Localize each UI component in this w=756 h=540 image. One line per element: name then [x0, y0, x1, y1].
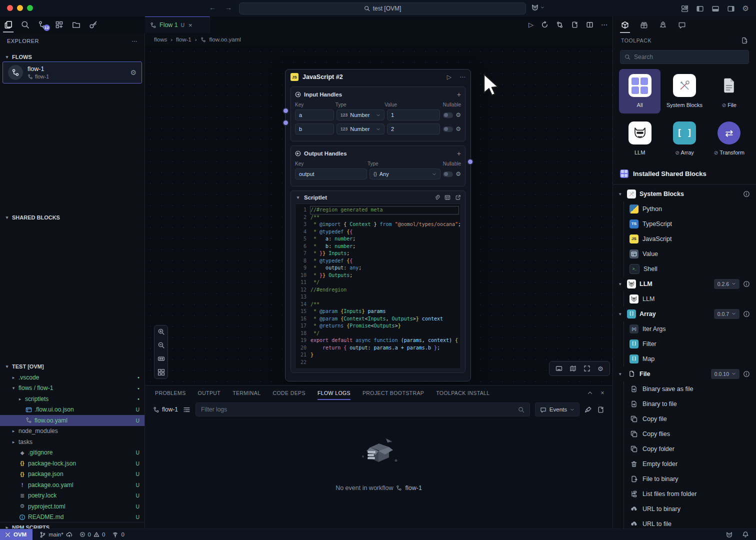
flow-canvas[interactable]: JS JavaScript #2 ▷ ⋯ Input Handles + Key… — [145, 46, 612, 385]
notifications-bell-icon[interactable] — [742, 531, 749, 538]
tree-item-gitignore[interactable]: ◆.gitignoreU — [0, 448, 144, 458]
toolpack-tab-icon[interactable] — [621, 21, 629, 29]
handle-key-input[interactable]: a — [295, 110, 334, 120]
block-item-binary-save-as-file[interactable]: Binary save as file — [624, 382, 756, 396]
flow-settings-gear-icon[interactable]: ⚙ — [130, 68, 136, 76]
export-flow-icon[interactable] — [571, 21, 578, 28]
tree-item-pyproject-toml[interactable]: ⚙pyproject.tomlU — [0, 501, 144, 512]
panel-tab-project-bootstrap[interactable]: PROJECT BOOTSTRAP — [362, 390, 424, 396]
handle-key-input[interactable]: b — [295, 124, 334, 134]
block-item-iter-args[interactable]: [x]Iter Args — [624, 322, 756, 336]
nullable-toggle[interactable] — [443, 172, 453, 177]
screen-icon[interactable] — [556, 365, 562, 372]
handle-settings-gear-icon[interactable]: ⚙ — [456, 170, 461, 178]
block-item-binary-to-file[interactable]: Binary to file — [624, 396, 756, 412]
toggle-sidebar-right-icon[interactable] — [727, 5, 735, 12]
events-dropdown[interactable]: Events — [535, 402, 580, 416]
minimap-icon[interactable] — [570, 365, 576, 372]
activity-key-icon[interactable] — [89, 20, 98, 29]
tab-close-icon[interactable]: × — [188, 22, 192, 29]
export-logs-icon[interactable] — [597, 406, 604, 414]
toolpack-card-file[interactable]: ⊘File — [708, 69, 750, 114]
block-item-map[interactable]: []Map — [624, 352, 756, 366]
shared-blocks-section-header[interactable]: ▾ SHARED BLOCKS — [0, 212, 144, 222]
fit-view-icon[interactable] — [158, 355, 165, 362]
store-tab-icon[interactable] — [640, 21, 648, 29]
toolpack-card-transform[interactable]: ⇄⊘Transform — [708, 116, 750, 161]
input-port-a[interactable] — [282, 108, 289, 114]
info-icon[interactable] — [743, 280, 750, 288]
node-javascript-2[interactable]: JS JavaScript #2 ▷ ⋯ Input Handles + Key… — [285, 69, 471, 382]
block-item-file-to-binary[interactable]: File to binary — [624, 472, 756, 486]
block-group-array[interactable]: ▾[]Array0.0.7 — [613, 306, 756, 322]
tree-item-package-oo-yaml[interactable]: !package.oo.yamlU — [0, 480, 144, 490]
block-item-copy-flies[interactable]: Copy flies — [624, 426, 756, 442]
toolpack-search-input[interactable]: Search — [620, 50, 749, 64]
input-port-b[interactable] — [282, 120, 289, 126]
block-item-python[interactable]: Python — [624, 202, 756, 216]
nav-back-icon[interactable]: ← — [209, 4, 216, 12]
new-toolpack-icon[interactable] — [741, 37, 748, 44]
breadcrumb-flow-1[interactable]: flow-1 — [176, 36, 192, 42]
tree-item-flow-oo-yaml[interactable]: flow.oo.yamlU — [0, 415, 144, 426]
activity-search-icon[interactable] — [21, 20, 30, 29]
nullable-toggle[interactable] — [443, 112, 453, 118]
add-output-handle-icon[interactable]: + — [457, 150, 461, 158]
block-item-typescript[interactable]: TSTypeScript — [624, 216, 756, 232]
block-item-empty-folder[interactable]: Empty folder — [624, 456, 756, 472]
toolpack-card-all[interactable]: All — [619, 69, 660, 114]
activity-flows-icon[interactable]: 12 — [38, 20, 46, 29]
handle-type-select[interactable]: 123Number — [336, 124, 384, 134]
block-item-copy-folder[interactable]: Copy folder — [624, 442, 756, 456]
node-run-icon[interactable]: ▷ — [447, 74, 452, 80]
table-icon[interactable] — [444, 194, 450, 200]
panel-close-icon[interactable]: × — [601, 390, 604, 396]
panel-tab-toolpack-install[interactable]: TOOLPACK INSTALL — [436, 390, 490, 396]
rerun-flow-icon[interactable] — [541, 21, 548, 28]
version-select[interactable]: 0.0.7 — [714, 309, 740, 319]
handle-type-select[interactable]: {}Any — [370, 168, 440, 180]
clear-logs-icon[interactable] — [584, 406, 592, 414]
handle-type-select[interactable]: 123Number — [336, 110, 384, 120]
command-center-search[interactable]: test [OVM] — [239, 2, 526, 14]
tree-item-readme-md[interactable]: README.mdU — [0, 512, 144, 523]
settings-gear-icon[interactable]: ⚙ — [742, 4, 749, 13]
log-list-icon[interactable] — [183, 406, 190, 414]
breadcrumb-file[interactable]: flow.oo.yaml — [210, 36, 241, 42]
mascot-icon[interactable] — [531, 4, 539, 12]
feedback-tab-icon[interactable] — [678, 21, 686, 29]
block-item-filter[interactable]: []Filter — [624, 336, 756, 352]
mascot-status-icon[interactable] — [726, 531, 733, 538]
info-icon[interactable] — [743, 310, 750, 318]
version-select[interactable]: 0.0.10 — [711, 369, 740, 379]
sync-flow-icon[interactable] — [556, 21, 564, 28]
flow-card-flow-1[interactable]: flow-1 flow-1 ⚙ — [2, 62, 142, 84]
tree-item-flows-flow-1[interactable]: ▾flows / flow-1● — [0, 383, 144, 394]
block-group-file[interactable]: ▾File0.0.10 — [613, 366, 756, 382]
block-item-llm[interactable]: LLM — [624, 292, 756, 306]
activity-explorer-icon[interactable] — [4, 20, 12, 29]
maximize-window-button[interactable] — [27, 5, 33, 11]
tree-item-node-modules[interactable]: ▸node_modules — [0, 426, 144, 437]
tree-item-package-json[interactable]: {}package.jsonU — [0, 469, 144, 480]
version-select[interactable]: 0.2.6 — [714, 279, 740, 289]
attach-icon[interactable] — [434, 194, 440, 200]
publish-tab-icon[interactable] — [659, 21, 667, 29]
tree-item-vscode[interactable]: ▸.vscode● — [0, 372, 144, 383]
handle-value-input[interactable]: 1 — [387, 110, 440, 120]
panel-collapse-icon[interactable] — [587, 390, 593, 396]
block-group-llm[interactable]: ▾LLM0.2.6 — [613, 276, 756, 292]
block-item-copy-file[interactable]: Copy file — [624, 412, 756, 426]
toggle-panel-bottom-icon[interactable] — [712, 5, 720, 12]
scriptlet-code-editor[interactable]: 1//#region generated meta2/**3 * @import… — [295, 204, 461, 369]
tree-item-poetry-lock[interactable]: ≣poetry.lockU — [0, 490, 144, 502]
split-editor-icon[interactable] — [586, 21, 594, 28]
close-window-button[interactable] — [7, 5, 13, 11]
fullscreen-icon[interactable] — [584, 365, 590, 372]
tree-item-package-lock-json[interactable]: {}package-lock.jsonU — [0, 458, 144, 469]
toolpack-card-array[interactable]: [ ]⊘Array — [664, 116, 705, 161]
tree-item-tasks[interactable]: ▸tasks — [0, 436, 144, 448]
toggle-sidebar-left-icon[interactable] — [696, 5, 704, 12]
filter-logs-input[interactable]: Filter logs — [196, 402, 530, 416]
zoom-out-icon[interactable] — [158, 342, 165, 349]
